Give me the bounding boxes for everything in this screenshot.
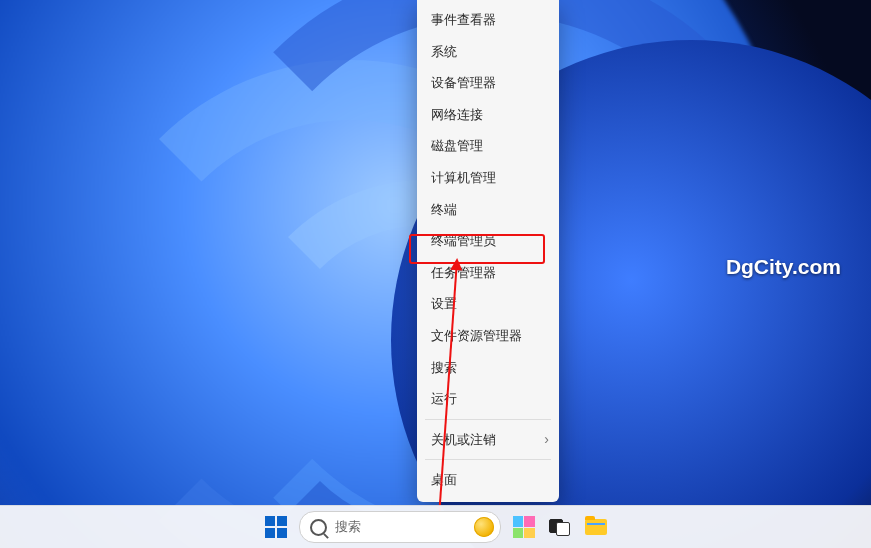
search-highlight-icon (474, 517, 494, 537)
menu-item-terminal-admin[interactable]: 终端管理员 (417, 225, 559, 257)
taskbar-search[interactable]: 搜索 (299, 511, 501, 543)
menu-item-computer-mgmt[interactable]: 计算机管理 (417, 162, 559, 194)
menu-item-network[interactable]: 网络连接 (417, 99, 559, 131)
menu-item-terminal[interactable]: 终端 (417, 194, 559, 226)
menu-item-system[interactable]: 系统 (417, 36, 559, 68)
menu-item-disk-management[interactable]: 磁盘管理 (417, 130, 559, 162)
menu-item-desktop[interactable]: 桌面 (417, 464, 559, 496)
search-placeholder: 搜索 (335, 518, 361, 536)
windows-logo-icon (265, 516, 287, 538)
menu-item-task-manager[interactable]: 任务管理器 (417, 257, 559, 289)
taskbar-copilot[interactable] (511, 514, 537, 540)
winx-context-menu: 事件查看器 系统 设备管理器 网络连接 磁盘管理 计算机管理 终端 终端管理员 … (417, 0, 559, 502)
menu-item-file-explorer[interactable]: 文件资源管理器 (417, 320, 559, 352)
menu-item-settings[interactable]: 设置 (417, 288, 559, 320)
taskbar-taskview[interactable] (547, 514, 573, 540)
menu-item-event-viewer[interactable]: 事件查看器 (417, 4, 559, 36)
taskbar-file-explorer[interactable] (583, 514, 609, 540)
menu-item-run[interactable]: 运行 (417, 383, 559, 415)
menu-item-search[interactable]: 搜索 (417, 352, 559, 384)
copilot-icon (513, 516, 535, 538)
search-icon (310, 519, 327, 536)
taskview-icon (549, 519, 571, 535)
menu-separator (425, 419, 551, 420)
folder-icon (585, 519, 607, 535)
menu-item-shutdown[interactable]: 关机或注销 (417, 424, 559, 456)
menu-item-device-manager[interactable]: 设备管理器 (417, 67, 559, 99)
menu-separator (425, 459, 551, 460)
start-button[interactable] (263, 514, 289, 540)
taskbar: 搜索 (0, 505, 871, 548)
